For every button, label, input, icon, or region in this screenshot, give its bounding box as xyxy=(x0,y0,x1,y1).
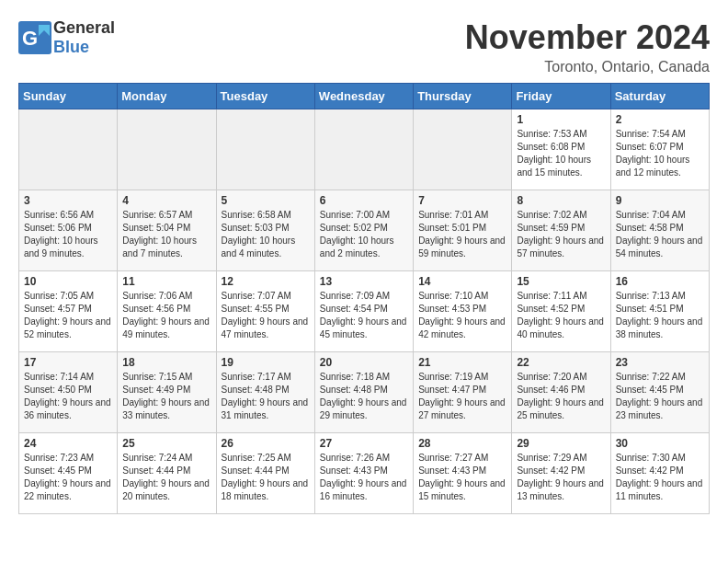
day-number: 3 xyxy=(24,194,112,207)
day-info: Sunrise: 7:26 AM Sunset: 4:43 PM Dayligh… xyxy=(320,452,408,503)
weekday-header-tuesday: Tuesday xyxy=(216,84,314,109)
day-info: Sunrise: 6:58 AM Sunset: 5:03 PM Dayligh… xyxy=(222,209,310,260)
calendar-cell: 29Sunrise: 7:29 AM Sunset: 4:42 PM Dayli… xyxy=(512,433,610,514)
calendar-cell: 1Sunrise: 7:53 AM Sunset: 6:08 PM Daylig… xyxy=(512,109,610,190)
day-info: Sunrise: 7:24 AM Sunset: 4:44 PM Dayligh… xyxy=(122,452,210,503)
location-title: Toronto, Ontario, Canada xyxy=(465,59,710,75)
day-number: 26 xyxy=(222,437,310,450)
day-info: Sunrise: 7:22 AM Sunset: 4:45 PM Dayligh… xyxy=(616,371,704,422)
calendar-cell: 19Sunrise: 7:17 AM Sunset: 4:48 PM Dayli… xyxy=(216,352,314,433)
day-number: 30 xyxy=(616,437,704,450)
calendar-cell: 24Sunrise: 7:23 AM Sunset: 4:45 PM Dayli… xyxy=(19,433,118,514)
calendar-cell xyxy=(216,109,314,190)
calendar-cell: 28Sunrise: 7:27 AM Sunset: 4:43 PM Dayli… xyxy=(414,433,512,514)
weekday-header-sunday: Sunday xyxy=(19,84,118,109)
day-info: Sunrise: 7:15 AM Sunset: 4:49 PM Dayligh… xyxy=(122,371,210,422)
day-info: Sunrise: 7:11 AM Sunset: 4:52 PM Dayligh… xyxy=(517,290,605,341)
day-number: 8 xyxy=(517,194,605,207)
day-number: 19 xyxy=(222,356,310,369)
day-info: Sunrise: 7:04 AM Sunset: 4:58 PM Dayligh… xyxy=(616,209,704,260)
calendar-week-5: 24Sunrise: 7:23 AM Sunset: 4:45 PM Dayli… xyxy=(19,433,710,514)
day-info: Sunrise: 7:01 AM Sunset: 5:01 PM Dayligh… xyxy=(418,209,506,260)
calendar-cell: 27Sunrise: 7:26 AM Sunset: 4:43 PM Dayli… xyxy=(314,433,413,514)
calendar-week-2: 3Sunrise: 6:56 AM Sunset: 5:06 PM Daylig… xyxy=(19,190,710,271)
day-info: Sunrise: 7:27 AM Sunset: 4:43 PM Dayligh… xyxy=(418,452,506,503)
day-number: 7 xyxy=(418,194,506,207)
day-number: 16 xyxy=(616,275,704,288)
day-number: 22 xyxy=(517,356,605,369)
day-info: Sunrise: 7:02 AM Sunset: 4:59 PM Dayligh… xyxy=(517,209,605,260)
calendar-cell: 6Sunrise: 7:00 AM Sunset: 5:02 PM Daylig… xyxy=(314,190,413,271)
weekday-header-thursday: Thursday xyxy=(414,84,512,109)
day-number: 2 xyxy=(616,113,704,126)
weekday-header-monday: Monday xyxy=(118,84,216,109)
calendar-week-1: 1Sunrise: 7:53 AM Sunset: 6:08 PM Daylig… xyxy=(19,109,710,190)
day-number: 4 xyxy=(122,194,210,207)
day-number: 29 xyxy=(517,437,605,450)
calendar-table: SundayMondayTuesdayWednesdayThursdayFrid… xyxy=(18,83,710,514)
day-info: Sunrise: 7:18 AM Sunset: 4:48 PM Dayligh… xyxy=(320,371,408,422)
day-info: Sunrise: 7:10 AM Sunset: 4:53 PM Dayligh… xyxy=(418,290,506,341)
title-block: November 2024 Toronto, Ontario, Canada xyxy=(465,18,710,75)
calendar-cell: 23Sunrise: 7:22 AM Sunset: 4:45 PM Dayli… xyxy=(610,352,709,433)
svg-text:G: G xyxy=(22,27,38,50)
calendar-cell xyxy=(118,109,216,190)
day-info: Sunrise: 7:09 AM Sunset: 4:54 PM Dayligh… xyxy=(320,290,408,341)
weekday-header-saturday: Saturday xyxy=(610,84,709,109)
day-number: 25 xyxy=(122,437,210,450)
calendar-cell: 18Sunrise: 7:15 AM Sunset: 4:49 PM Dayli… xyxy=(118,352,216,433)
day-number: 21 xyxy=(418,356,506,369)
calendar-cell: 11Sunrise: 7:06 AM Sunset: 4:56 PM Dayli… xyxy=(118,271,216,352)
calendar-week-3: 10Sunrise: 7:05 AM Sunset: 4:57 PM Dayli… xyxy=(19,271,710,352)
day-info: Sunrise: 7:14 AM Sunset: 4:50 PM Dayligh… xyxy=(24,371,112,422)
day-info: Sunrise: 7:30 AM Sunset: 4:42 PM Dayligh… xyxy=(616,452,704,503)
calendar-cell: 14Sunrise: 7:10 AM Sunset: 4:53 PM Dayli… xyxy=(414,271,512,352)
calendar-cell: 26Sunrise: 7:25 AM Sunset: 4:44 PM Dayli… xyxy=(216,433,314,514)
logo-icon: G xyxy=(18,21,51,54)
day-number: 5 xyxy=(222,194,310,207)
logo-blue: Blue xyxy=(53,38,89,57)
calendar-cell: 10Sunrise: 7:05 AM Sunset: 4:57 PM Dayli… xyxy=(19,271,118,352)
weekday-header-friday: Friday xyxy=(512,84,610,109)
day-info: Sunrise: 7:19 AM Sunset: 4:47 PM Dayligh… xyxy=(418,371,506,422)
day-number: 11 xyxy=(122,275,210,288)
day-number: 18 xyxy=(122,356,210,369)
calendar-cell: 15Sunrise: 7:11 AM Sunset: 4:52 PM Dayli… xyxy=(512,271,610,352)
day-number: 28 xyxy=(418,437,506,450)
day-info: Sunrise: 7:17 AM Sunset: 4:48 PM Dayligh… xyxy=(222,371,310,422)
calendar-cell: 13Sunrise: 7:09 AM Sunset: 4:54 PM Dayli… xyxy=(314,271,413,352)
calendar-cell: 17Sunrise: 7:14 AM Sunset: 4:50 PM Dayli… xyxy=(19,352,118,433)
day-number: 17 xyxy=(24,356,112,369)
calendar-cell: 5Sunrise: 6:58 AM Sunset: 5:03 PM Daylig… xyxy=(216,190,314,271)
calendar-cell: 20Sunrise: 7:18 AM Sunset: 4:48 PM Dayli… xyxy=(314,352,413,433)
calendar-cell: 12Sunrise: 7:07 AM Sunset: 4:55 PM Dayli… xyxy=(216,271,314,352)
day-info: Sunrise: 7:20 AM Sunset: 4:46 PM Dayligh… xyxy=(517,371,605,422)
page-header: G General Blue November 2024 Toronto, On… xyxy=(18,18,710,75)
calendar-cell: 25Sunrise: 7:24 AM Sunset: 4:44 PM Dayli… xyxy=(118,433,216,514)
calendar-cell xyxy=(19,109,118,190)
day-info: Sunrise: 7:23 AM Sunset: 4:45 PM Dayligh… xyxy=(24,452,112,503)
calendar-cell: 16Sunrise: 7:13 AM Sunset: 4:51 PM Dayli… xyxy=(610,271,709,352)
day-info: Sunrise: 7:06 AM Sunset: 4:56 PM Dayligh… xyxy=(122,290,210,341)
day-number: 9 xyxy=(616,194,704,207)
calendar-week-4: 17Sunrise: 7:14 AM Sunset: 4:50 PM Dayli… xyxy=(19,352,710,433)
day-info: Sunrise: 7:54 AM Sunset: 6:07 PM Dayligh… xyxy=(616,128,704,179)
day-number: 15 xyxy=(517,275,605,288)
day-number: 10 xyxy=(24,275,112,288)
month-title: November 2024 xyxy=(465,18,710,57)
day-number: 12 xyxy=(222,275,310,288)
day-number: 23 xyxy=(616,356,704,369)
weekday-header-wednesday: Wednesday xyxy=(314,84,413,109)
day-info: Sunrise: 6:56 AM Sunset: 5:06 PM Dayligh… xyxy=(24,209,112,260)
calendar-cell xyxy=(314,109,413,190)
logo-general: General xyxy=(53,18,115,38)
day-number: 6 xyxy=(320,194,408,207)
day-info: Sunrise: 7:29 AM Sunset: 4:42 PM Dayligh… xyxy=(517,452,605,503)
day-info: Sunrise: 7:13 AM Sunset: 4:51 PM Dayligh… xyxy=(616,290,704,341)
day-number: 1 xyxy=(517,113,605,126)
calendar-cell: 4Sunrise: 6:57 AM Sunset: 5:04 PM Daylig… xyxy=(118,190,216,271)
day-number: 24 xyxy=(24,437,112,450)
calendar-cell: 8Sunrise: 7:02 AM Sunset: 4:59 PM Daylig… xyxy=(512,190,610,271)
day-info: Sunrise: 6:57 AM Sunset: 5:04 PM Dayligh… xyxy=(122,209,210,260)
day-number: 20 xyxy=(320,356,408,369)
